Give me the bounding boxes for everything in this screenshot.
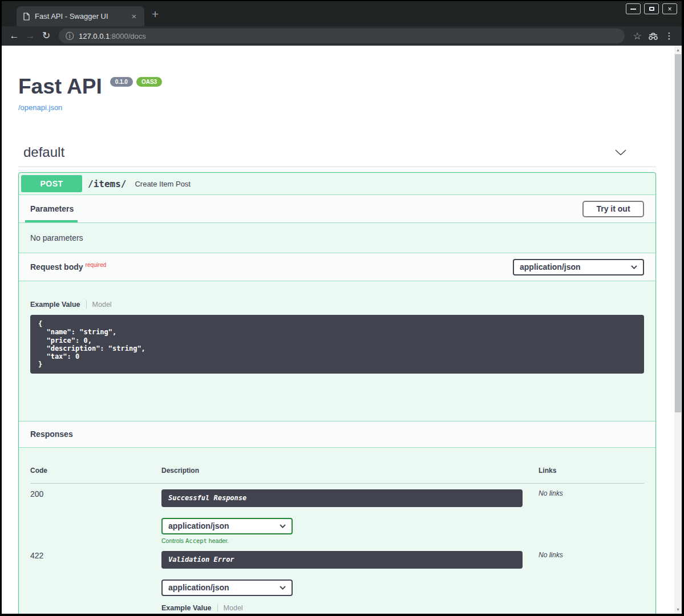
tab-model[interactable]: Model xyxy=(92,301,112,309)
opblock-post-items: POST /items/ Create Item Post Parameters… xyxy=(18,172,656,614)
maximize-button[interactable] xyxy=(644,3,659,14)
tab-divider xyxy=(86,301,87,309)
response-media-type-value: application/json xyxy=(168,521,229,530)
controls-accept-note: Controls Accept header. xyxy=(161,537,539,544)
tab-parameters[interactable]: Parameters xyxy=(30,204,74,213)
response-links: No links xyxy=(539,551,644,614)
request-media-type-select[interactable]: application/json xyxy=(513,259,644,275)
post-method-badge: POST xyxy=(21,175,82,192)
response-row-200: 200 Successful Response application/json xyxy=(30,484,644,544)
url-path: :8000/docs xyxy=(110,32,146,40)
tab-title: Fast API - Swagger UI xyxy=(35,12,129,21)
reload-icon[interactable]: ↻ xyxy=(38,26,54,46)
browser-menu-icon[interactable]: ⋮ xyxy=(661,31,677,41)
page-scrollbar[interactable]: ▲ ▼ xyxy=(674,46,682,614)
required-label: required xyxy=(86,262,107,268)
maximize-icon xyxy=(649,7,654,11)
minimize-button[interactable] xyxy=(626,3,641,14)
tab-close-icon[interactable]: × xyxy=(129,11,139,21)
back-icon[interactable]: ← xyxy=(6,26,22,46)
note-suffix: header. xyxy=(207,537,229,544)
request-example-json[interactable]: { "name": "string", "price": 0, "descrip… xyxy=(30,315,644,374)
no-parameters-text: No parameters xyxy=(19,223,655,253)
incognito-icon xyxy=(645,32,661,40)
chevron-down-icon xyxy=(631,265,637,269)
chevron-down-icon[interactable] xyxy=(615,149,626,156)
tab-model[interactable]: Model xyxy=(224,604,243,612)
api-info: Fast API 0.1.0 OAS3 /openapi.json xyxy=(18,76,656,112)
browser-toolbar: ← → ↻ ⓘ 127.0.0.1:8000/docs ☆ ⋮ xyxy=(2,26,682,46)
url-text: 127.0.0.1:8000/docs xyxy=(79,32,146,40)
request-body-content: Example Value Model { "name": "string", … xyxy=(19,281,655,421)
tag-section: default POST /items/ Create Item Post xyxy=(18,144,656,614)
forward-icon[interactable]: → xyxy=(22,26,38,46)
operation-path: /items/ xyxy=(88,179,126,189)
browser-frame: Fast API - Swagger UI × + × ← → ↻ ⓘ 127.… xyxy=(2,1,682,614)
request-body-header: Request bodyrequired application/json xyxy=(19,253,655,281)
scrollbar-thumb[interactable] xyxy=(675,54,681,412)
response-code: 422 xyxy=(30,551,161,614)
response-code: 200 xyxy=(30,489,161,544)
bookmark-star-icon[interactable]: ☆ xyxy=(629,30,645,42)
swagger-page: Fast API 0.1.0 OAS3 /openapi.json defaul… xyxy=(2,46,674,614)
web-content: Fast API 0.1.0 OAS3 /openapi.json defaul… xyxy=(2,46,682,614)
oas-badge: OAS3 xyxy=(136,77,162,87)
request-body-label: Request body xyxy=(30,262,83,271)
minimize-icon xyxy=(630,9,636,10)
note-prefix: Controls xyxy=(161,537,185,544)
address-bar[interactable]: ⓘ 127.0.0.1:8000/docs xyxy=(59,29,625,43)
responses-table-head: Code Description Links xyxy=(30,467,644,484)
response-row-422: 422 Validation Error application/json xyxy=(30,544,644,614)
close-button[interactable]: × xyxy=(662,3,677,14)
chevron-down-icon xyxy=(280,524,286,528)
example-model-tabs: Example Value Model xyxy=(30,301,644,309)
opblock-summary[interactable]: POST /items/ Create Item Post xyxy=(19,173,655,194)
column-code: Code xyxy=(30,467,161,484)
response-media-type-select[interactable]: application/json xyxy=(161,518,293,534)
response-description: Validation Error xyxy=(161,551,523,569)
version-badge: 0.1.0 xyxy=(110,77,133,87)
url-host: 127.0.0.1 xyxy=(79,32,110,40)
tab-example-value[interactable]: Example Value xyxy=(30,301,80,309)
scroll-down-icon[interactable]: ▼ xyxy=(674,607,682,611)
parameters-header: Parameters Try it out xyxy=(19,194,655,223)
tab-example-value[interactable]: Example Value xyxy=(161,604,212,612)
example-model-tabs: Example Value Model xyxy=(161,604,539,612)
column-links: Links xyxy=(539,467,644,484)
tab-divider xyxy=(217,604,218,612)
page-icon xyxy=(23,13,30,21)
browser-window: Fast API - Swagger UI × + × ← → ↻ ⓘ 127.… xyxy=(0,0,684,616)
response-media-type-select[interactable]: application/json xyxy=(161,579,293,596)
openapi-spec-link[interactable]: /openapi.json xyxy=(18,103,656,112)
note-code: Accept xyxy=(185,537,207,544)
chevron-down-icon xyxy=(280,586,286,590)
request-media-type-value: application/json xyxy=(520,262,581,271)
responses-title: Responses xyxy=(30,429,73,439)
response-links: No links xyxy=(539,489,644,544)
response-media-type-value: application/json xyxy=(168,583,229,592)
new-tab-button[interactable]: + xyxy=(152,7,159,21)
try-it-out-button[interactable]: Try it out xyxy=(582,201,644,217)
browser-tab[interactable]: Fast API - Swagger UI × xyxy=(17,6,144,26)
window-controls: × xyxy=(626,3,677,14)
scroll-up-icon[interactable]: ▲ xyxy=(674,48,682,52)
operation-summary: Create Item Post xyxy=(135,180,191,188)
responses-header: Responses xyxy=(19,421,655,448)
site-info-icon[interactable]: ⓘ xyxy=(66,32,74,40)
api-title: Fast API xyxy=(18,76,102,98)
column-description: Description xyxy=(161,467,539,484)
tag-title: default xyxy=(23,144,64,160)
tab-strip: Fast API - Swagger UI × + × xyxy=(2,1,682,26)
response-description: Successful Response xyxy=(161,489,523,507)
responses-table: Code Description Links 200 Successful Re… xyxy=(19,448,655,614)
tag-header[interactable]: default xyxy=(18,144,656,167)
